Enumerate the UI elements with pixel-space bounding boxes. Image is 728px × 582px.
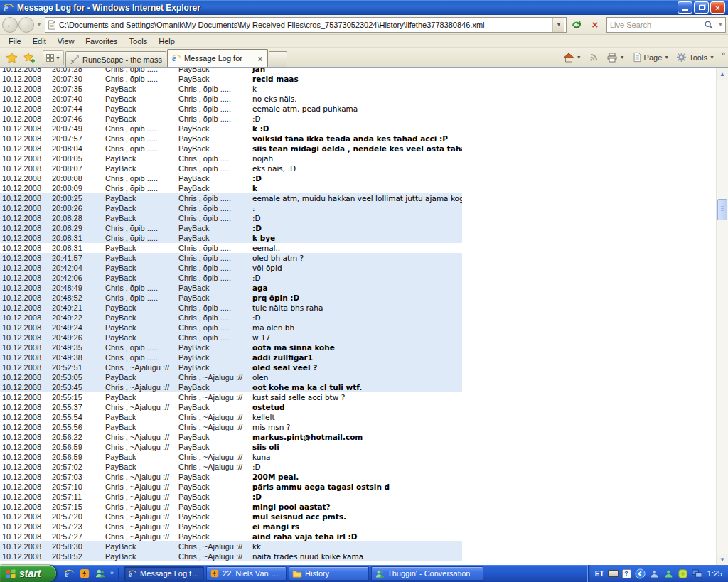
log-from: Chris , ~Ajalugu ://	[105, 502, 178, 512]
search-button[interactable]	[702, 18, 716, 32]
log-to: PayBack	[178, 343, 251, 352]
messenger-online-icon[interactable]	[663, 568, 674, 579]
stop-button[interactable]: ×	[587, 17, 604, 33]
log-from: Chris , õpib .....	[105, 283, 178, 293]
taskbar-button-message-log[interactable]: e Message Log for - Wi...	[124, 566, 204, 581]
address-bar[interactable]: C:\Documents and Settings\Omanik\My Docu…	[45, 17, 567, 33]
help-icon[interactable]: ?	[622, 569, 631, 578]
search-dropdown-icon[interactable]: ▼	[716, 21, 725, 28]
scrollbar-thumb[interactable]	[717, 199, 727, 220]
collapse-chevron-icon[interactable]	[635, 568, 646, 579]
address-dropdown-icon[interactable]: ▼	[552, 18, 564, 32]
vertical-scrollbar[interactable]: ▲ ▼	[716, 68, 728, 565]
menu-edit[interactable]: Edit	[27, 37, 52, 45]
search-box[interactable]: Live Search ▼	[606, 17, 726, 33]
tools-button-label[interactable]: Tools	[689, 53, 707, 62]
new-tab-stub[interactable]	[269, 51, 287, 67]
print-button[interactable]: ▼	[603, 50, 628, 65]
menu-tools[interactable]: Tools	[124, 37, 154, 45]
log-date: 10.12.2008	[0, 173, 52, 183]
language-indicator[interactable]: ET	[595, 570, 604, 578]
log-table: 10.12.200820:07:28Chris , õpib .....PayB…	[0, 67, 462, 561]
favorites-center-button[interactable]	[3, 50, 20, 65]
menu-favorites[interactable]: Favorites	[80, 37, 123, 45]
menu-help[interactable]: Help	[153, 37, 181, 45]
taskbar-clock[interactable]: 1:25	[707, 569, 722, 578]
print-dropdown-icon[interactable]: ▼	[620, 55, 625, 60]
log-time: 20:08:09	[52, 183, 105, 193]
log-to: PayBack	[178, 362, 251, 372]
log-from: PayBack	[105, 193, 178, 203]
forward-button[interactable]: →	[18, 17, 34, 33]
page-button-label[interactable]: Page	[644, 53, 663, 62]
tab-label[interactable]: RuneScape - the massive onli...	[82, 55, 162, 64]
log-row: 10.12.200820:08:29Chris , õpib .....PayB…	[0, 223, 462, 233]
back-button[interactable]: ←	[2, 17, 18, 33]
log-date: 10.12.2008	[0, 382, 52, 392]
history-dropdown-icon[interactable]: ▼	[36, 21, 42, 28]
messenger-offline-icon[interactable]	[649, 568, 660, 579]
internet-explorer-icon[interactable]: e	[63, 568, 75, 579]
tab-runescape[interactable]: RuneScape - the massive onli...	[65, 51, 166, 67]
scroll-down-icon[interactable]: ▼	[717, 554, 728, 565]
tab-message-log[interactable]: e Message Log for x	[167, 49, 268, 67]
log-message: :D	[251, 492, 462, 502]
page-button[interactable]: Page ▼	[628, 50, 673, 65]
home-dropdown-icon[interactable]: ▼	[577, 55, 582, 60]
msn-messenger-icon[interactable]	[95, 568, 106, 579]
feeds-button[interactable]	[585, 50, 603, 65]
log-to: PayBack	[178, 512, 251, 522]
more-commands-chevron-icon[interactable]: »	[721, 49, 725, 58]
home-button[interactable]: ▼	[560, 50, 585, 65]
taskbar-button-label[interactable]: Thuggin' - Conversation	[387, 569, 470, 578]
keyboard-icon[interactable]	[608, 568, 619, 579]
minimize-button[interactable]	[678, 1, 692, 14]
address-text[interactable]: C:\Documents and Settings\Omanik\My Docu…	[59, 21, 552, 29]
taskbar-button-history[interactable]: History	[289, 566, 369, 581]
restore-button[interactable]	[694, 1, 709, 14]
limewire-icon[interactable]	[678, 568, 688, 579]
taskbar-button-label[interactable]: 22. Niels Van Gogh Vs...	[223, 569, 283, 578]
page-menu-icon	[632, 52, 642, 63]
start-button[interactable]: start	[0, 565, 56, 582]
log-message: võiksid täna ikka teada anda kes tahad a…	[251, 134, 462, 144]
start-button-label[interactable]: start	[19, 568, 41, 579]
log-message: oled seal veel ?	[251, 362, 462, 372]
tab-label[interactable]: Message Log for	[184, 54, 257, 63]
log-to: PayBack	[178, 442, 251, 452]
taskbar-button-label[interactable]: Message Log for - Wi...	[140, 569, 200, 578]
log-date: 10.12.2008	[0, 213, 52, 223]
tab-close-icon[interactable]: x	[257, 54, 264, 63]
log-date: 10.12.2008	[0, 253, 52, 263]
tab-list-dropdown-icon[interactable]: ▼	[55, 55, 60, 60]
log-from: Chris , õpib .....	[105, 67, 178, 74]
log-date: 10.12.2008	[0, 512, 52, 522]
search-placeholder[interactable]: Live Search	[607, 21, 702, 29]
tools-dropdown-icon[interactable]: ▼	[710, 55, 714, 60]
log-message: mul seisnud acc pmts.	[251, 512, 462, 522]
scroll-up-icon[interactable]: ▲	[717, 68, 728, 80]
menu-view[interactable]: View	[52, 37, 80, 45]
page-dropdown-icon[interactable]: ▼	[664, 55, 669, 60]
taskbar-button-label[interactable]: History	[305, 569, 329, 578]
network-icon[interactable]	[692, 568, 702, 579]
refresh-button[interactable]	[568, 17, 585, 33]
log-time: 20:08:08	[52, 173, 105, 183]
log-message: mis msn ?	[251, 422, 462, 432]
close-button[interactable]: ×	[710, 1, 725, 14]
taskbar-button-winamp[interactable]: 22. Niels Van Gogh Vs...	[206, 566, 287, 581]
add-favorite-button[interactable]	[21, 50, 38, 65]
log-message: :D	[251, 462, 462, 472]
tools-button[interactable]: Tools ▼	[673, 50, 718, 65]
quick-tabs-button[interactable]: ▼	[43, 50, 64, 65]
log-time: 20:57:11	[52, 492, 105, 502]
taskbar-button-thuggin-conversation[interactable]: Thuggin' - Conversation	[371, 566, 483, 581]
log-time: 20:49:35	[52, 343, 105, 352]
log-message: oota ma sinna kohe	[251, 343, 462, 352]
menu-file[interactable]: File	[3, 37, 27, 45]
quick-launch-chevron-icon[interactable]: »	[110, 569, 114, 576]
menu-bar: FileEditViewFavoritesToolsHelp	[0, 35, 728, 48]
log-from: PayBack	[105, 253, 178, 263]
winamp-icon[interactable]	[79, 568, 90, 579]
log-time: 20:07:46	[52, 114, 105, 124]
